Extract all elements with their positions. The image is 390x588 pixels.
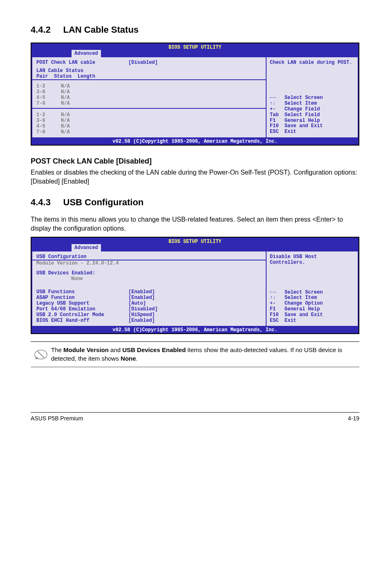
cfg-row: USB 2.0 Controller Mode[HiSpeed] bbox=[36, 312, 262, 318]
pair-row: 7-8N/A bbox=[36, 101, 262, 106]
bios-footer: v02.58 (C)Copyright 1985-2006, American … bbox=[31, 138, 359, 145]
section-num: 4.4.2 bbox=[31, 25, 51, 35]
pair-row: 3-6N/A bbox=[36, 89, 262, 95]
bios-tab-advanced: Advanced bbox=[72, 50, 101, 57]
bios-context-help: Disable USB Host Controllers. bbox=[270, 254, 354, 265]
footer-right: 4-19 bbox=[348, 415, 359, 422]
bios-key-help: ←→ Select Screen ↑↓ Select Item +- Chang… bbox=[270, 290, 354, 324]
cfg-row: ASAP Function[Enabled] bbox=[36, 295, 262, 301]
post-check-value: [Disabled] bbox=[128, 60, 158, 65]
note-icon bbox=[31, 346, 51, 363]
pair-row: 1-2N/A bbox=[36, 83, 262, 89]
pair-row: 3-6N/A bbox=[36, 118, 262, 123]
pair-row: 4-5N/A bbox=[36, 123, 262, 129]
section-title: LAN Cable Status bbox=[63, 25, 139, 35]
footer-left: ASUS P5B Premium bbox=[31, 415, 83, 422]
bios-header: BIOS SETUP UTILITY Advanced bbox=[31, 43, 359, 57]
usb-devices-enabled-val: None bbox=[36, 276, 262, 282]
bios-title: BIOS SETUP UTILITY bbox=[34, 44, 356, 50]
note-text: The Module Version and USB Devices Enabl… bbox=[51, 346, 359, 363]
section-title: USB Configuration bbox=[63, 197, 144, 207]
subheading-post-check: POST Check LAN Cable [Disabled] bbox=[31, 157, 359, 166]
bios-screenshot-lan: BIOS SETUP UTILITY Advanced POST Check L… bbox=[31, 43, 359, 146]
bios-left-panel: POST Check LAN cable [Disabled] LAN Cabl… bbox=[31, 57, 267, 138]
cfg-row: BIOS EHCI Hand-off[Enabled] bbox=[36, 318, 262, 323]
cfg-row: USB Functions[Enabled] bbox=[36, 289, 262, 295]
note-box: The Module Version and USB Devices Enabl… bbox=[31, 341, 359, 367]
pair-row: 1-2N/A bbox=[36, 112, 262, 118]
bios-right-panel: Check LAN cable during POST. ←→ Select S… bbox=[267, 57, 359, 138]
paragraph-post-check: Enables or disables the checking of the … bbox=[31, 168, 359, 186]
pair-row: 4-5N/A bbox=[36, 95, 262, 101]
bios-key-help: ←→ Select Screen ↑↓ Select Item +- Chang… bbox=[270, 95, 354, 135]
usb-config-hdr: USB Configuration bbox=[36, 254, 262, 260]
cfg-row: Port 64/60 Emulation[Disabled] bbox=[36, 306, 262, 312]
page-footer: ASUS P5B Premium 4-19 bbox=[31, 412, 359, 422]
bios-tab-advanced: Advanced bbox=[72, 244, 101, 251]
section-num: 4.4.3 bbox=[31, 197, 51, 207]
usb-devices-enabled-hdr: USB Devices Enabled: bbox=[36, 270, 262, 276]
bios-footer: v02.58 (C)Copyright 1985-2006, American … bbox=[31, 327, 359, 333]
bios-context-help: Check LAN cable during POST. bbox=[270, 60, 354, 65]
lan-cable-status-hdr: LAN Cable Status bbox=[36, 68, 262, 74]
pair-row: 7-8N/A bbox=[36, 129, 262, 135]
post-check-label: POST Check LAN cable bbox=[36, 60, 128, 65]
section-heading-442: 4.4.2 LAN Cable Status bbox=[31, 25, 359, 35]
bios-title: BIOS SETUP UTILITY bbox=[34, 238, 356, 245]
pair-col-hdr: Pair Status Length bbox=[36, 74, 262, 79]
bios-screenshot-usb: BIOS SETUP UTILITY Advanced USB Configur… bbox=[31, 237, 359, 334]
bios-right-panel: Disable USB Host Controllers. ←→ Select … bbox=[267, 251, 359, 327]
bios-header: BIOS SETUP UTILITY Advanced bbox=[31, 238, 359, 251]
section-heading-443: 4.4.3 USB Configuration bbox=[31, 197, 359, 208]
bios-left-panel: USB Configuration Module Version - 2.24.… bbox=[31, 251, 267, 327]
cfg-row: Legacy USB Support[Auto] bbox=[36, 301, 262, 306]
module-version: Module Version - 2.24.0-12.4 bbox=[36, 260, 262, 266]
paragraph-usb-intro: The items in this menu allows you to cha… bbox=[31, 215, 359, 233]
